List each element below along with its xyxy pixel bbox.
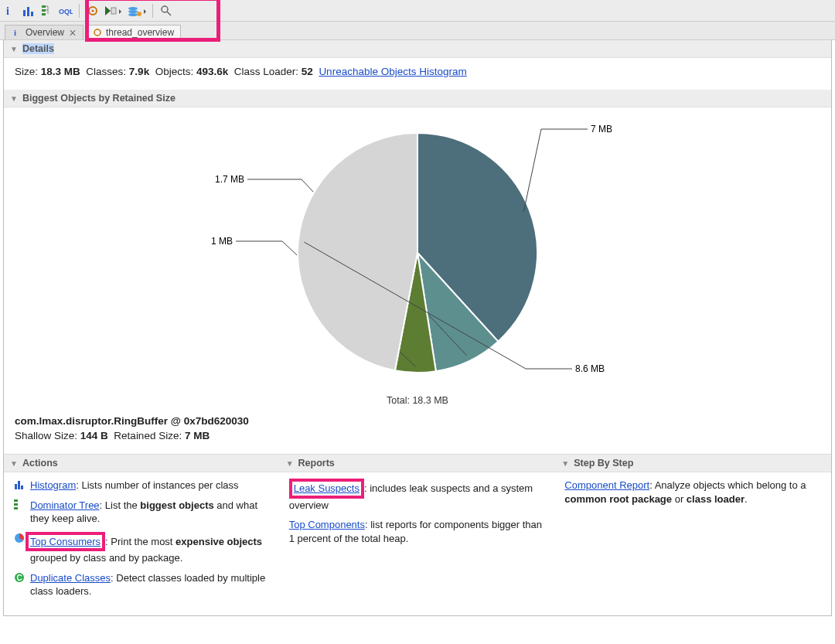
objects-label: Objects: xyxy=(155,66,194,77)
svg-rect-24 xyxy=(18,481,20,489)
section-actions[interactable]: ▼ Actions xyxy=(4,455,280,472)
oql-icon[interactable]: OQL xyxy=(59,4,73,18)
play-icon[interactable] xyxy=(104,4,123,18)
tree-icon[interactable] xyxy=(40,4,54,18)
chevron-down-icon: ▼ xyxy=(10,45,18,53)
layers-icon[interactable] xyxy=(128,4,146,18)
section-title: Details xyxy=(22,43,54,54)
retained-label: Retained Size: xyxy=(114,430,182,441)
svg-rect-10 xyxy=(111,8,116,14)
separator xyxy=(152,4,153,18)
action-top-consumers: Top Consumers: Print the most expensive … xyxy=(13,532,271,565)
classloader-value: 52 xyxy=(302,66,313,77)
svg-point-9 xyxy=(92,9,94,12)
col-actions: ▼ Actions Histogram: Lists number of ins… xyxy=(4,454,280,611)
chevron-down-icon: ▼ xyxy=(10,94,18,103)
col-stepbystep: ▼ Step By Step Component Report: Analyze… xyxy=(555,454,831,611)
svg-rect-1 xyxy=(23,10,26,16)
svg-rect-23 xyxy=(15,484,17,489)
svg-text:i: i xyxy=(6,5,9,17)
svg-point-13 xyxy=(128,13,138,16)
section-title: Reports xyxy=(298,458,335,469)
chevron-down-icon: ▼ xyxy=(10,459,18,468)
svg-rect-5 xyxy=(42,9,46,12)
pie-total: Total: 18.3 MB xyxy=(387,392,448,406)
chevron-down-icon: ▼ xyxy=(561,459,569,468)
duplicate-icon: C xyxy=(13,571,26,584)
svg-rect-27 xyxy=(14,503,18,506)
gear-icon[interactable] xyxy=(86,4,100,18)
svg-rect-28 xyxy=(14,507,18,509)
svg-point-12 xyxy=(128,10,138,13)
section-details[interactable]: ▼ Details xyxy=(4,40,831,58)
svg-rect-6 xyxy=(42,13,46,15)
svg-rect-4 xyxy=(42,5,46,8)
duplicate-link[interactable]: Duplicate Classes xyxy=(30,572,111,584)
retained-value: 7 MB xyxy=(185,430,210,441)
svg-text:8.6 MB: 8.6 MB xyxy=(575,363,605,374)
info-icon[interactable]: i xyxy=(3,4,17,18)
search-icon[interactable] xyxy=(159,4,173,18)
classloader-label: Class Loader: xyxy=(234,66,298,77)
section-reports[interactable]: ▼ Reports xyxy=(280,455,556,472)
action-duplicate: C Duplicate Classes: Detect classes load… xyxy=(13,571,271,598)
svg-line-16 xyxy=(167,12,171,15)
highlight-leak-suspects: Leak Suspects xyxy=(289,479,364,499)
pie-icon xyxy=(13,532,26,544)
tab-label: Overview xyxy=(26,27,64,38)
histogram-icon xyxy=(13,479,26,491)
tab-label: thread_overview xyxy=(106,27,174,38)
svg-text:7 MB: 7 MB xyxy=(591,124,612,135)
dominator-link[interactable]: Dominator Tree xyxy=(30,499,100,511)
histogram-link[interactable]: Histogram xyxy=(30,479,76,491)
histogram-icon[interactable] xyxy=(22,4,36,18)
histogram-desc: : Lists number of instances per class xyxy=(76,479,238,491)
size-label: Size: xyxy=(15,66,38,77)
svg-rect-2 xyxy=(27,7,29,16)
svg-point-11 xyxy=(128,7,138,10)
svg-text:C: C xyxy=(17,574,22,582)
object-title: com.lmax.disruptor.RingBuffer @ 0x7bd620… xyxy=(15,415,820,427)
section-biggest[interactable]: ▼ Biggest Objects by Retained Size xyxy=(4,90,831,107)
pie-chart: 7 MB1.7 MB1 MB8.6 MB Total: 18.3 MB xyxy=(4,107,831,412)
content-area: ▼ Details Size: 18.3 MB Classes: 7.9k Ob… xyxy=(3,40,832,616)
tree-icon xyxy=(13,499,26,511)
bottom-columns: ▼ Actions Histogram: Lists number of ins… xyxy=(4,454,831,611)
objects-value: 493.6k xyxy=(196,66,228,77)
section-title: Step By Step xyxy=(574,458,633,469)
svg-text:OQL: OQL xyxy=(59,8,73,15)
selected-object-info: com.lmax.disruptor.RingBuffer @ 0x7bd620… xyxy=(4,412,831,449)
svg-text:1.7 MB: 1.7 MB xyxy=(215,174,244,185)
top-consumers-link[interactable]: Top Consumers xyxy=(30,536,101,547)
top-components-link[interactable]: Top Components xyxy=(289,519,365,530)
size-value: 18.3 MB xyxy=(41,66,80,77)
svg-rect-3 xyxy=(31,12,33,16)
gear-icon xyxy=(92,27,103,38)
leak-suspects-link[interactable]: Leak Suspects xyxy=(294,482,360,494)
action-histogram: Histogram: Lists number of instances per… xyxy=(13,479,271,492)
svg-text:i: i xyxy=(14,28,16,37)
section-stepbystep[interactable]: ▼ Step By Step xyxy=(555,455,831,472)
svg-rect-25 xyxy=(21,486,23,489)
pie-svg: 7 MB1.7 MB1 MB8.6 MB xyxy=(186,114,649,392)
highlight-top-consumers: Top Consumers xyxy=(26,532,105,552)
svg-point-18 xyxy=(94,29,101,36)
section-title: Actions xyxy=(22,458,58,469)
classes-value: 7.9k xyxy=(129,66,149,77)
svg-text:1 MB: 1 MB xyxy=(211,236,233,247)
tab-overview[interactable]: i Overview ⨯ xyxy=(5,25,84,39)
heap-stats: Size: 18.3 MB Classes: 7.9k Objects: 493… xyxy=(4,58,831,90)
component-report-link[interactable]: Component Report xyxy=(564,479,649,491)
info-icon: i xyxy=(12,27,22,38)
close-icon[interactable]: ⨯ xyxy=(69,27,77,38)
svg-rect-26 xyxy=(14,499,18,502)
separator xyxy=(79,4,80,18)
svg-point-15 xyxy=(162,6,168,12)
tab-bar: i Overview ⨯ thread_overview xyxy=(0,22,835,40)
toolbar: i OQL xyxy=(0,0,835,22)
unreachable-link[interactable]: Unreachable Objects Histogram xyxy=(319,66,466,77)
chevron-down-icon: ▼ xyxy=(286,459,294,468)
tab-thread-overview[interactable]: thread_overview xyxy=(85,25,181,39)
action-dominator: Dominator Tree: List the biggest objects… xyxy=(13,499,271,526)
report-leak: Leak Suspects: includes leak suspects an… xyxy=(289,479,547,512)
